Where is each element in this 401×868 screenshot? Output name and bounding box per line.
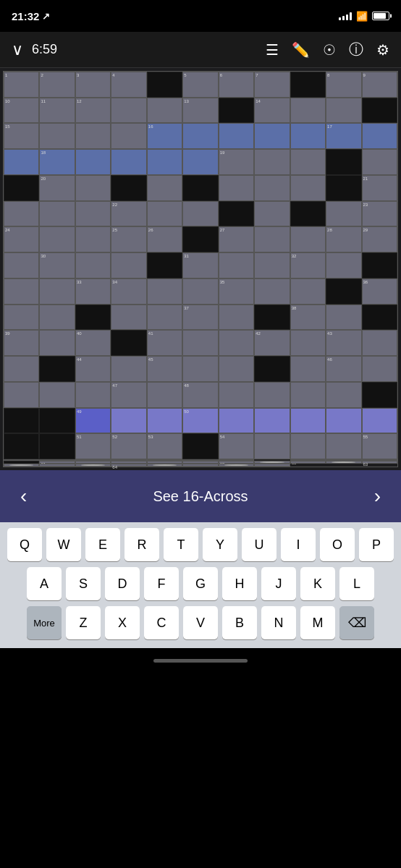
lifeline-icon[interactable]: ☉: [323, 41, 336, 59]
grid-cell[interactable]: 41: [147, 330, 182, 356]
grid-cell[interactable]: [182, 201, 218, 227]
grid-cell[interactable]: 52: [111, 433, 146, 459]
grid-cell[interactable]: [111, 408, 146, 434]
list-icon[interactable]: ☰: [266, 41, 279, 59]
grid-cell[interactable]: 26: [147, 226, 182, 252]
grid-cell[interactable]: [290, 175, 326, 201]
grid-cell[interactable]: [111, 175, 146, 201]
crossword-grid[interactable]: 1234567891011121314151617181920212223242…: [3, 71, 398, 467]
key-f[interactable]: F: [144, 567, 179, 600]
grid-cell[interactable]: [326, 98, 361, 124]
grid-cell[interactable]: 16: [147, 123, 182, 149]
grid-cell[interactable]: [362, 252, 397, 278]
grid-cell[interactable]: 55: [362, 433, 397, 459]
grid-cell[interactable]: [326, 408, 361, 434]
grid-cell[interactable]: [254, 278, 290, 305]
key-v[interactable]: V: [183, 606, 218, 639]
grid-cell[interactable]: [111, 356, 146, 382]
grid-cell[interactable]: 44: [75, 356, 111, 382]
grid-cell[interactable]: [219, 252, 254, 278]
grid-cell[interactable]: 18: [39, 149, 75, 175]
grid-cell[interactable]: 12: [75, 98, 111, 124]
grid-cell[interactable]: 39: [4, 330, 39, 356]
key-t[interactable]: T: [164, 528, 198, 561]
grid-cell[interactable]: [219, 330, 254, 356]
grid-cell[interactable]: [147, 252, 182, 278]
grid-cell[interactable]: 3: [75, 72, 111, 98]
grid-cell[interactable]: 47: [111, 382, 146, 408]
grid-cell[interactable]: [75, 305, 111, 331]
grid-cell[interactable]: [75, 382, 111, 408]
grid-cell[interactable]: [219, 175, 254, 201]
grid-cell[interactable]: 28: [326, 226, 361, 252]
key-d[interactable]: D: [105, 567, 140, 600]
grid-cell[interactable]: 45: [147, 356, 182, 382]
grid-cell[interactable]: [290, 123, 326, 149]
grid-cell[interactable]: 22: [111, 201, 146, 227]
grid-cell[interactable]: [147, 72, 182, 98]
grid-cell[interactable]: [290, 278, 326, 305]
grid-cell[interactable]: 33: [75, 278, 111, 305]
grid-cell[interactable]: 54: [219, 433, 254, 459]
grid-cell[interactable]: [147, 201, 182, 227]
key-c[interactable]: C: [144, 606, 179, 639]
key-g[interactable]: G: [183, 567, 218, 600]
grid-cell[interactable]: 8: [326, 72, 361, 98]
grid-cell[interactable]: 34: [111, 278, 146, 305]
grid-cell[interactable]: [326, 433, 361, 459]
grid-cell[interactable]: [219, 356, 254, 382]
grid-cell[interactable]: [147, 382, 182, 408]
backspace-key[interactable]: ⌫: [339, 606, 374, 639]
grid-cell[interactable]: [290, 330, 326, 356]
grid-cell[interactable]: [4, 356, 39, 382]
grid-cell[interactable]: [219, 408, 254, 434]
grid-cell[interactable]: [75, 149, 111, 175]
grid-cell[interactable]: [219, 305, 254, 331]
grid-cell[interactable]: [4, 201, 39, 227]
key-j[interactable]: J: [261, 567, 296, 600]
grid-cell[interactable]: [326, 201, 361, 227]
settings-icon[interactable]: ⚙: [376, 41, 389, 59]
grid-cell[interactable]: 15: [4, 123, 39, 149]
grid-cell[interactable]: [254, 464, 290, 467]
grid-cell[interactable]: [219, 201, 254, 227]
grid-cell[interactable]: [4, 408, 39, 434]
grid-cell[interactable]: [4, 305, 39, 331]
grid-cell[interactable]: [326, 252, 361, 278]
grid-cell[interactable]: [147, 175, 182, 201]
key-h[interactable]: H: [222, 567, 257, 600]
grid-cell[interactable]: [75, 123, 111, 149]
grid-cell[interactable]: [39, 201, 75, 227]
grid-cell[interactable]: [39, 408, 75, 434]
grid-cell[interactable]: [254, 123, 290, 149]
grid-cell[interactable]: [75, 201, 111, 227]
grid-cell[interactable]: [39, 356, 75, 382]
grid-cell[interactable]: [111, 305, 146, 331]
grid-cell[interactable]: [362, 356, 397, 382]
grid-cell[interactable]: [362, 305, 397, 331]
grid-cell[interactable]: 42: [254, 330, 290, 356]
grid-cell[interactable]: [290, 382, 326, 408]
grid-cell[interactable]: 35: [219, 278, 254, 305]
grid-cell[interactable]: 48: [182, 382, 218, 408]
grid-cell[interactable]: [254, 305, 290, 331]
grid-cell[interactable]: [290, 149, 326, 175]
grid-cell[interactable]: 11: [39, 98, 75, 124]
grid-cell[interactable]: [147, 98, 182, 124]
info-icon[interactable]: ⓘ: [349, 40, 363, 59]
grid-cell[interactable]: [290, 72, 326, 98]
key-l[interactable]: L: [339, 567, 374, 600]
grid-cell[interactable]: [75, 252, 111, 278]
key-o[interactable]: O: [320, 528, 355, 561]
grid-cell[interactable]: [182, 464, 218, 467]
grid-cell[interactable]: [182, 226, 218, 252]
grid-cell[interactable]: [254, 226, 290, 252]
grid-cell[interactable]: [326, 461, 361, 464]
key-w[interactable]: W: [46, 528, 81, 561]
grid-cell[interactable]: 46: [326, 356, 361, 382]
grid-cell[interactable]: [4, 464, 39, 467]
key-n[interactable]: N: [261, 606, 296, 639]
grid-cell[interactable]: 37: [182, 305, 218, 331]
grid-cell[interactable]: [254, 149, 290, 175]
next-clue-button[interactable]: ›: [368, 485, 387, 508]
